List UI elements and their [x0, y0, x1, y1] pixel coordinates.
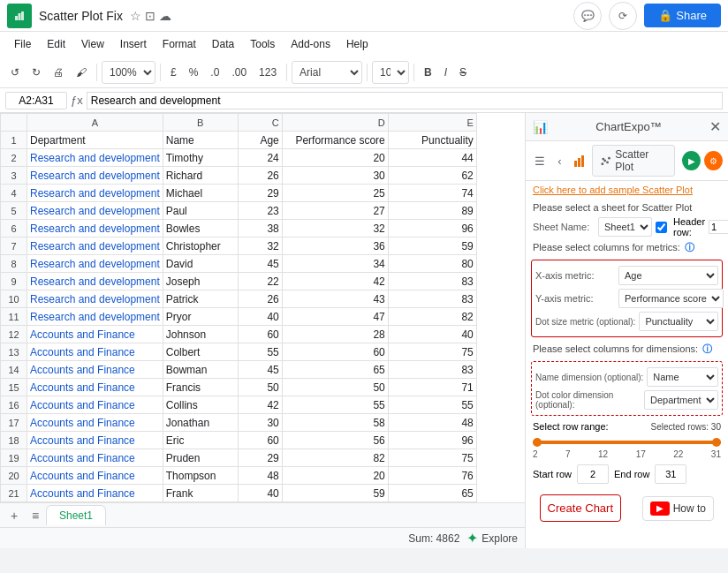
grid-cell[interactable]: Eric: [163, 432, 238, 449]
table-row[interactable]: 13Accounts and FinanceColbert556075: [1, 343, 477, 361]
grid-cell[interactable]: 89: [388, 202, 476, 220]
grid-cell[interactable]: 48: [238, 467, 282, 485]
scatter-plot-type-btn[interactable]: Scatter Plot: [592, 145, 675, 177]
grid-cell[interactable]: 23: [238, 202, 282, 220]
table-row[interactable]: 3Research and developmentRichard263062: [1, 167, 477, 185]
grid-cell[interactable]: Michael: [163, 185, 238, 202]
slider-thumb-right[interactable]: [712, 438, 721, 447]
grid-cell[interactable]: 83: [388, 273, 476, 290]
grid-cell[interactable]: Accounts and Finance: [27, 379, 163, 396]
grid-cell[interactable]: Francis: [163, 379, 238, 396]
grid-cell[interactable]: Research and development: [27, 237, 163, 255]
grid-cell[interactable]: 40: [388, 326, 476, 343]
grid-cell[interactable]: Bowles: [163, 220, 238, 237]
grid-cell[interactable]: Accounts and Finance: [27, 361, 163, 379]
grid-cell[interactable]: 44: [388, 149, 476, 167]
menu-format[interactable]: Format: [155, 35, 203, 53]
grid-cell[interactable]: 40: [238, 485, 282, 502]
sheet-name-select[interactable]: Sheet1: [598, 217, 652, 237]
undo-btn[interactable]: ↺: [5, 63, 25, 82]
grid-cell[interactable]: Accounts and Finance: [27, 485, 163, 502]
grid-cell[interactable]: 80: [388, 255, 476, 273]
grid-cell[interactable]: 29: [238, 449, 282, 467]
table-row[interactable]: 11Research and developmentPryor404782: [1, 308, 477, 326]
redo-btn[interactable]: ↻: [27, 63, 46, 82]
col-header-a[interactable]: A: [27, 114, 163, 132]
grid-cell[interactable]: Accounts and Finance: [27, 432, 163, 449]
grid-cell[interactable]: Research and development: [27, 290, 163, 308]
grid-cell[interactable]: 71: [388, 379, 476, 396]
grid-cell[interactable]: 58: [282, 414, 388, 432]
table-row[interactable]: 16Accounts and FinanceCollins425555: [1, 396, 477, 414]
header-cell-1[interactable]: Department: [27, 132, 163, 149]
grid-cell[interactable]: 83: [388, 290, 476, 308]
grid-cell[interactable]: Frank: [163, 485, 238, 502]
col-header-c[interactable]: C: [238, 114, 282, 132]
table-row[interactable]: 12Accounts and FinanceJohnson602840: [1, 326, 477, 343]
grid-cell[interactable]: 34: [282, 255, 388, 273]
panel-menu-icon[interactable]: ☰: [531, 152, 548, 170]
table-row[interactable]: 15Accounts and FinanceFrancis505071: [1, 379, 477, 396]
panel-back-icon[interactable]: ‹: [551, 152, 568, 170]
add-sheet-btn[interactable]: +: [4, 505, 25, 526]
grid-cell[interactable]: 96: [388, 220, 476, 237]
grid-cell[interactable]: Accounts and Finance: [27, 467, 163, 485]
grid-cell[interactable]: Johnson: [163, 326, 238, 343]
header-cell-2[interactable]: Name: [163, 132, 238, 149]
share-button[interactable]: 🔒 Share: [644, 4, 721, 27]
table-row[interactable]: 20Accounts and FinanceThompson482076: [1, 467, 477, 485]
panel-settings-btn[interactable]: ⚙: [704, 151, 723, 170]
explore-btn[interactable]: ✦ Explore: [466, 530, 518, 547]
grid-cell[interactable]: Research and development: [27, 149, 163, 167]
grid-cell[interactable]: Thompson: [163, 467, 238, 485]
col-header-d[interactable]: D: [282, 114, 388, 132]
grid-cell[interactable]: 32: [282, 220, 388, 237]
grid-cell[interactable]: 82: [388, 308, 476, 326]
table-row[interactable]: 10Research and developmentPatrick264383: [1, 290, 477, 308]
paint-format-btn[interactable]: 🖌: [71, 63, 92, 82]
y-axis-select[interactable]: Performance score: [618, 289, 724, 308]
name-dim-select[interactable]: Name: [647, 367, 718, 387]
grid-cell[interactable]: Accounts and Finance: [27, 343, 163, 361]
grid-cell[interactable]: Research and development: [27, 202, 163, 220]
grid-cell[interactable]: Accounts and Finance: [27, 396, 163, 414]
grid-cell[interactable]: Collins: [163, 396, 238, 414]
grid-cell[interactable]: 32: [238, 237, 282, 255]
grid-cell[interactable]: Pryor: [163, 308, 238, 326]
grid-cell[interactable]: Jonathan: [163, 414, 238, 432]
header-cell-5[interactable]: Punctuality: [388, 132, 476, 149]
grid-cell[interactable]: Timothy: [163, 149, 238, 167]
grid-cell[interactable]: 59: [388, 237, 476, 255]
chat-icon-btn[interactable]: 💬: [573, 2, 602, 30]
italic-btn[interactable]: I: [439, 63, 452, 82]
sample-scatter-link[interactable]: Click here to add sample Scatter Plot: [526, 181, 728, 199]
grid-cell[interactable]: Research and development: [27, 167, 163, 185]
grid-cell[interactable]: Research and development: [27, 273, 163, 290]
grid-cell[interactable]: 60: [238, 432, 282, 449]
grid-cell[interactable]: 20: [282, 149, 388, 167]
header-cell-3[interactable]: Age: [238, 132, 282, 149]
grid-cell[interactable]: 55: [388, 396, 476, 414]
grid-cell[interactable]: Research and development: [27, 308, 163, 326]
header-row-input[interactable]: [709, 220, 728, 234]
dot-size-select[interactable]: Punctuality: [639, 312, 718, 331]
table-row[interactable]: 5Research and developmentPaul232789: [1, 202, 477, 220]
menu-addons[interactable]: Add-ons: [284, 35, 337, 53]
grid-cell[interactable]: 50: [282, 379, 388, 396]
grid-cell[interactable]: 30: [282, 167, 388, 185]
print-btn[interactable]: 🖨: [48, 63, 69, 82]
table-row[interactable]: 9Research and developmentJoseph224283: [1, 273, 477, 290]
grid-cell[interactable]: 20: [282, 467, 388, 485]
table-row[interactable]: 14Accounts and FinanceBowman456583: [1, 361, 477, 379]
grid-cell[interactable]: 76: [388, 467, 476, 485]
percent-btn[interactable]: %: [184, 63, 204, 82]
start-row-input[interactable]: [577, 464, 609, 484]
grid-cell[interactable]: 56: [282, 432, 388, 449]
grid-cell[interactable]: 42: [282, 273, 388, 290]
grid-cell[interactable]: 36: [282, 237, 388, 255]
grid-cell[interactable]: Colbert: [163, 343, 238, 361]
table-row[interactable]: 19Accounts and FinancePruden298275: [1, 449, 477, 467]
grid-cell[interactable]: Research and development: [27, 185, 163, 202]
grid-cell[interactable]: Richard: [163, 167, 238, 185]
grid-cell[interactable]: Bowman: [163, 361, 238, 379]
